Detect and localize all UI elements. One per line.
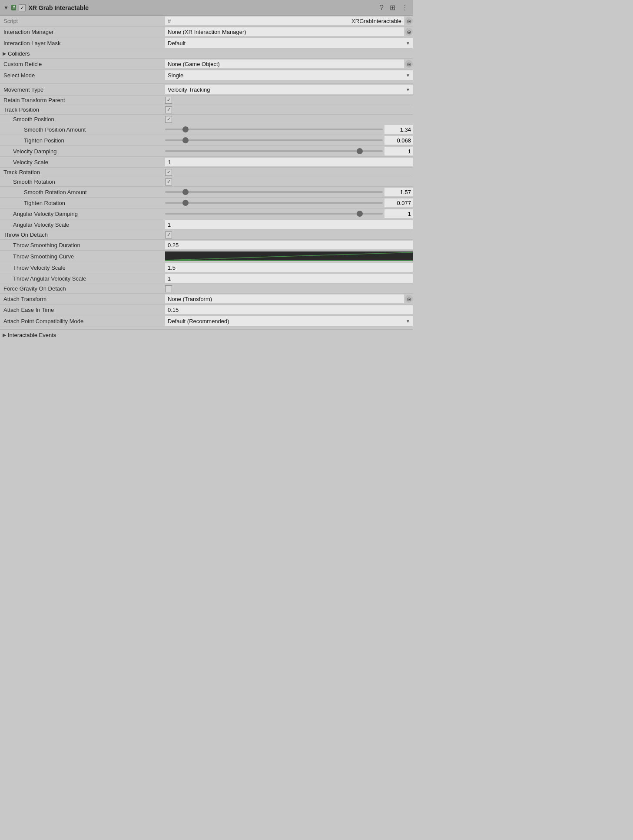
smooth-rotation-amount-input[interactable] [384,188,413,196]
attach-point-compat-dropdown-arrow-icon: ▼ [406,319,410,324]
smooth-rotation-checkbox[interactable] [165,179,172,185]
attach-ease-in-time-input[interactable] [165,305,413,314]
custom-reticle-row: Custom Reticle None (Game Object) ◎ [0,59,413,69]
throw-angular-velocity-scale-label: Throw Angular Velocity Scale [0,275,165,282]
attach-transform-value: None (Transform) ◎ [165,294,413,303]
smooth-rotation-label: Smooth Rotation [0,179,165,185]
tighten-position-slider[interactable] [165,136,413,145]
velocity-damping-input[interactable] [384,147,413,155]
more-options-button[interactable]: ⋮ [401,3,409,13]
throw-angular-velocity-scale-value [165,274,413,283]
throw-smoothing-curve-value [165,251,413,261]
smooth-position-amount-label: Smooth Position Amount [0,126,165,133]
smooth-position-amount-thumb[interactable] [182,126,189,132]
angular-velocity-damping-value [165,209,413,218]
tighten-rotation-input[interactable] [384,198,413,207]
attach-point-compat-value: Default (Recommended) ▼ [165,316,413,326]
track-rotation-checkbox[interactable] [165,169,172,176]
retain-transform-parent-checkbox[interactable] [165,97,172,104]
tighten-position-track[interactable] [165,139,383,141]
tighten-position-input[interactable] [384,136,413,145]
custom-reticle-field[interactable]: None (Game Object) [165,60,404,68]
help-button[interactable]: ? [379,3,384,13]
angular-velocity-damping-slider[interactable] [165,209,413,218]
velocity-damping-slider[interactable] [165,147,413,155]
throw-velocity-scale-input[interactable] [165,263,413,272]
interaction-layer-mask-label: Interaction Layer Mask [0,40,165,46]
script-picker-button[interactable]: ◎ [405,17,413,25]
tighten-rotation-track[interactable] [165,202,383,204]
velocity-damping-thumb[interactable] [357,148,363,154]
attach-transform-field[interactable]: None (Transform) [165,294,404,303]
attach-point-compat-text: Default (Recommended) [168,318,229,324]
angular-velocity-scale-input[interactable] [165,220,413,229]
select-mode-dropdown-arrow-icon: ▼ [406,73,410,78]
smooth-rotation-amount-thumb[interactable] [182,189,189,195]
interaction-layer-mask-value: Default ▼ [165,38,413,48]
smooth-rotation-amount-slider[interactable] [165,188,413,196]
interaction-layer-mask-dropdown[interactable]: Default ▼ [165,38,413,48]
smooth-position-checkbox[interactable] [165,116,172,123]
smooth-rotation-amount-label: Smooth Rotation Amount [0,189,165,195]
attach-point-compat-dropdown[interactable]: Default (Recommended) ▼ [165,316,413,326]
retain-transform-parent-label: Retain Transform Parent [0,97,165,103]
smooth-rotation-amount-row: Smooth Rotation Amount [0,187,413,198]
smooth-rotation-value [165,179,413,185]
smooth-rotation-row: Smooth Rotation [0,177,413,187]
track-position-label: Track Position [0,106,165,113]
angular-velocity-damping-thumb[interactable] [357,211,363,217]
smooth-position-amount-input[interactable] [384,125,413,134]
throw-smoothing-curve-row: Throw Smoothing Curve [0,251,413,262]
throw-smoothing-curve-field[interactable] [165,251,413,261]
track-position-checkbox[interactable] [165,106,172,113]
movement-type-value: Velocity Tracking ▼ [165,85,413,94]
angular-velocity-scale-label: Angular Velocity Scale [0,222,165,228]
curve-graph [165,251,413,261]
script-label: Script [0,18,165,24]
smooth-position-amount-slider[interactable] [165,125,413,134]
interaction-manager-picker-button[interactable]: ◎ [405,28,413,36]
throw-smoothing-duration-input[interactable] [165,241,413,249]
tighten-position-label: Tighten Position [0,137,165,144]
angular-velocity-damping-input[interactable] [384,209,413,218]
velocity-damping-track[interactable] [165,150,383,152]
throw-smoothing-curve-label: Throw Smoothing Curve [0,253,165,260]
collapse-arrow-icon[interactable]: ▼ [3,5,9,11]
interactable-events-row[interactable]: ▶ Interactable Events [0,330,413,340]
throw-velocity-scale-value [165,263,413,272]
tighten-rotation-thumb[interactable] [182,200,189,206]
settings-button[interactable]: ⊞ [389,3,396,13]
colliders-row[interactable]: ▶ Colliders [0,49,413,59]
velocity-scale-input[interactable] [165,158,413,166]
smooth-position-amount-track[interactable] [165,129,383,130]
tighten-rotation-slider[interactable] [165,198,413,207]
interaction-manager-field[interactable]: None (XR Interaction Manager) [165,27,404,36]
smooth-rotation-amount-track[interactable] [165,191,383,193]
select-mode-dropdown[interactable]: Single ▼ [165,70,413,80]
track-rotation-value [165,169,413,176]
component-enabled-checkbox[interactable]: ✓ [19,4,26,11]
throw-angular-velocity-scale-input[interactable] [165,274,413,283]
force-gravity-on-detach-checkbox[interactable] [165,285,172,292]
custom-reticle-picker-button[interactable]: ◎ [405,60,413,68]
script-field-hash: # [168,18,171,24]
script-field[interactable]: # XRGrabInteractable [165,17,404,25]
interaction-manager-text: None (XR Interaction Manager) [168,29,246,35]
movement-type-dropdown[interactable]: Velocity Tracking ▼ [165,85,413,94]
colliders-label: Colliders [8,50,30,57]
movement-type-dropdown-arrow-icon: ▼ [406,87,410,92]
force-gravity-on-detach-label: Force Gravity On Detach [0,285,165,292]
throw-on-detach-checkbox[interactable] [165,231,172,238]
interaction-manager-row: Interaction Manager None (XR Interaction… [0,26,413,37]
tighten-position-value [165,136,413,145]
velocity-damping-row: Velocity Damping [0,146,413,157]
tighten-rotation-label: Tighten Rotation [0,200,165,206]
dropdown-arrow-icon: ▼ [406,41,410,46]
script-row: Script # XRGrabInteractable ◎ [0,16,413,26]
smooth-rotation-amount-value [165,188,413,196]
custom-reticle-label: Custom Reticle [0,61,165,67]
throw-on-detach-row: Throw On Detach [0,230,413,240]
tighten-position-thumb[interactable] [182,137,189,143]
attach-transform-picker-button[interactable]: ◎ [405,295,413,303]
angular-velocity-damping-track[interactable] [165,213,383,215]
